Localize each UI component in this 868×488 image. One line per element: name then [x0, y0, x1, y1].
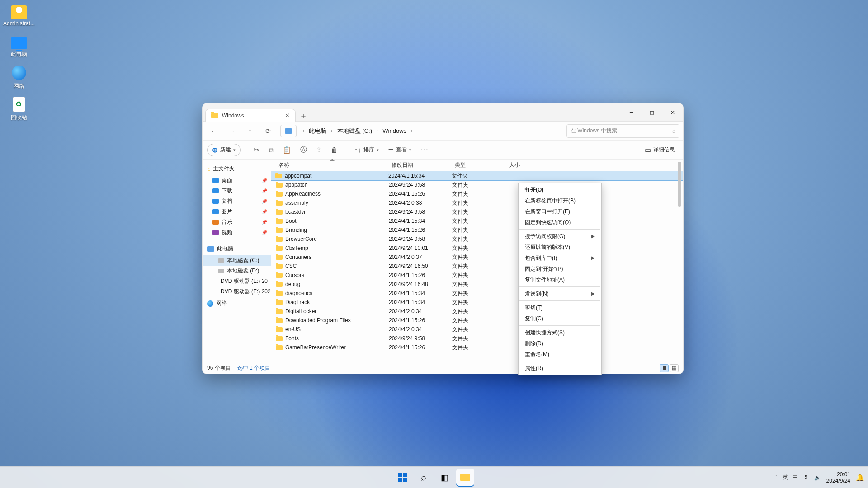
volume-tray-icon[interactable]: 🔈	[814, 474, 821, 481]
share-button[interactable]: ⇪	[312, 144, 326, 156]
context-menu-item[interactable]: 固定到快速访问(Q)	[519, 217, 601, 228]
sidebar-item-视频[interactable]: 视频📌	[203, 227, 271, 238]
context-menu-item[interactable]: 创建快捷方式(S)	[519, 327, 601, 338]
tab-windows[interactable]: Windows ✕	[205, 109, 296, 122]
table-row[interactable]: AppReadiness2024/4/1 15:26文件夹	[271, 189, 683, 198]
file-explorer-taskbar[interactable]	[456, 469, 474, 487]
thumbnails-view-toggle[interactable]: ▦	[670, 364, 679, 372]
minimize-button[interactable]: ━	[621, 103, 642, 121]
sidebar-drive[interactable]: DVD 驱动器 (E:) 20	[203, 276, 271, 286]
nav-up-button[interactable]: ↑	[242, 124, 258, 138]
sidebar-item-文档[interactable]: 文档📌	[203, 196, 271, 206]
context-menu-item[interactable]: 固定到"开始"(P)	[519, 263, 601, 274]
sidebar-item-音乐[interactable]: 音乐📌	[203, 217, 271, 227]
context-menu-item[interactable]: 发送到(N)▶	[519, 288, 601, 299]
cut-button[interactable]: ✂	[250, 144, 263, 156]
scrollbar-thumb[interactable]	[678, 162, 681, 207]
maximize-button[interactable]: ◻	[642, 103, 662, 121]
table-row[interactable]: GameBarPresenceWriter2024/4/1 15:26文件夹	[271, 343, 683, 352]
sidebar-drive[interactable]: 本地磁盘 (D:)	[203, 266, 271, 276]
col-type[interactable]: 类型	[452, 160, 506, 171]
context-menu-item[interactable]: 授予访问权限(G)▶	[519, 231, 601, 242]
desktop-icon-user[interactable]: Administrat...	[2, 3, 36, 27]
tab-close-icon[interactable]: ✕	[285, 112, 290, 119]
details-pane-button[interactable]: ▭ 详细信息	[641, 144, 679, 156]
breadcrumb-segment[interactable]: 此电脑	[306, 125, 329, 137]
network-tray-icon[interactable]: 🖧	[803, 474, 809, 481]
table-row[interactable]: diagnostics2024/4/1 15:34文件夹	[271, 289, 683, 298]
context-menu-item[interactable]: 剪切(T)	[519, 302, 601, 313]
nav-refresh-button[interactable]: ⟳	[260, 124, 276, 138]
table-row[interactable]: BrowserCore2024/9/24 9:58文件夹	[271, 235, 683, 244]
breadcrumb-segment[interactable]: Windows	[380, 126, 409, 136]
new-tab-button[interactable]: ＋	[296, 110, 311, 121]
scrollbar[interactable]	[676, 160, 683, 361]
delete-button[interactable]: 🗑	[327, 144, 341, 156]
nav-forward-button[interactable]: →	[224, 124, 240, 138]
column-headers: 名称 修改日期 类型 大小	[271, 160, 683, 171]
ime-indicator[interactable]: 英 中	[783, 474, 798, 481]
table-row[interactable]: DigitalLocker2024/4/2 0:34文件夹	[271, 307, 683, 316]
sidebar-home[interactable]: ⌂ 主文件夹	[203, 162, 271, 175]
table-row[interactable]: Fonts2024/9/24 9:58文件夹	[271, 334, 683, 343]
table-row[interactable]: debug2024/9/24 16:48文件夹	[271, 280, 683, 289]
table-row[interactable]: CSC2024/9/24 16:50文件夹	[271, 262, 683, 271]
tray-chevron-icon[interactable]: ˆ	[775, 475, 777, 480]
desktop-icon-recycle[interactable]: 回收站	[2, 96, 36, 122]
sidebar-drive[interactable]: DVD 驱动器 (E:) 202	[203, 286, 271, 297]
taskview-button[interactable]: ◧	[435, 469, 453, 487]
table-row[interactable]: Cursors2024/4/1 15:26文件夹	[271, 271, 683, 280]
table-row[interactable]: CbsTemp2024/9/24 10:01文件夹	[271, 244, 683, 253]
search-input[interactable]: 在 Windows 中搜索 ⌕	[566, 124, 679, 138]
desktop-icon-globe[interactable]: 网络	[2, 65, 36, 90]
clock[interactable]: 20:01 2024/9/24	[826, 471, 850, 484]
sidebar-thispc[interactable]: 此电脑	[203, 242, 271, 255]
context-menu-item[interactable]: 复制(C)	[519, 313, 601, 324]
col-name[interactable]: 名称	[276, 160, 389, 171]
sidebar-item-下载[interactable]: 下载📌	[203, 186, 271, 196]
table-row[interactable]: Containers2024/4/2 0:37文件夹	[271, 253, 683, 262]
breadcrumb[interactable]: ›此电脑›本地磁盘 (C:)›Windows›	[299, 125, 564, 137]
context-menu-item[interactable]: 属性(R)	[519, 363, 601, 374]
sidebar-item-图片[interactable]: 图片📌	[203, 206, 271, 217]
table-row[interactable]: en-US2024/4/2 0:34文件夹	[271, 325, 683, 334]
context-menu-item[interactable]: 复制文件地址(A)	[519, 274, 601, 285]
notifications-icon[interactable]: 🔔	[856, 474, 864, 482]
rename-button[interactable]: Ⓐ	[297, 143, 311, 156]
view-button[interactable]: ≣ 查看 ▾	[384, 144, 415, 156]
context-menu-item[interactable]: 在新标签页中打开(B)	[519, 195, 601, 206]
details-view-toggle[interactable]: ≣	[660, 364, 669, 372]
table-row[interactable]: assembly2024/4/2 0:38文件夹	[271, 198, 683, 207]
context-menu-item[interactable]: 重命名(M)	[519, 349, 601, 360]
context-menu-item[interactable]: 在新窗口中打开(E)	[519, 206, 601, 217]
table-row[interactable]: Branding2024/4/1 15:26文件夹	[271, 225, 683, 235]
table-row[interactable]: Boot2024/4/1 15:34文件夹	[271, 216, 683, 225]
sidebar-drive[interactable]: 本地磁盘 (C:)	[203, 255, 271, 266]
context-menu-item[interactable]: 还原以前的版本(V)	[519, 242, 601, 253]
more-button[interactable]: ···	[417, 144, 433, 156]
close-button[interactable]: ✕	[662, 103, 683, 121]
sidebar-network[interactable]: 网络	[203, 297, 271, 310]
sidebar-item-桌面[interactable]: 桌面📌	[203, 175, 271, 186]
nav-back-button[interactable]: ←	[206, 124, 222, 138]
sort-button[interactable]: ↑↓ 排序 ▾	[351, 144, 382, 156]
col-date[interactable]: 修改日期	[389, 160, 452, 171]
table-row[interactable]: Downloaded Program Files2024/4/1 15:26文件…	[271, 316, 683, 325]
new-button[interactable]: ⊕ 新建 ▾	[207, 144, 241, 156]
table-row[interactable]: DiagTrack2024/4/1 15:34文件夹	[271, 298, 683, 307]
context-menu-item[interactable]: 打开(O)	[519, 184, 601, 195]
pc-icon[interactable]	[280, 125, 297, 137]
context-menu-item[interactable]: 包含到库中(I)▶	[519, 253, 601, 263]
table-row[interactable]: appcompat2024/4/1 15:34文件夹	[271, 171, 683, 181]
table-row[interactable]: bcastdvr2024/9/24 9:58文件夹	[271, 207, 683, 216]
context-menu-item[interactable]: 删除(D)	[519, 338, 601, 349]
paste-button[interactable]: 📋	[279, 144, 295, 156]
context-menu-label: 包含到库中(I)	[525, 254, 557, 262]
breadcrumb-segment[interactable]: 本地磁盘 (C:)	[335, 125, 375, 137]
table-row[interactable]: apppatch2024/9/24 9:58文件夹	[271, 180, 683, 189]
search-button[interactable]: ⌕	[415, 469, 433, 487]
start-button[interactable]	[394, 469, 412, 487]
desktop-icon-pc[interactable]: 此电脑	[2, 33, 36, 58]
copy-button[interactable]: ⧉	[265, 144, 277, 156]
col-size[interactable]: 大小	[506, 160, 547, 171]
